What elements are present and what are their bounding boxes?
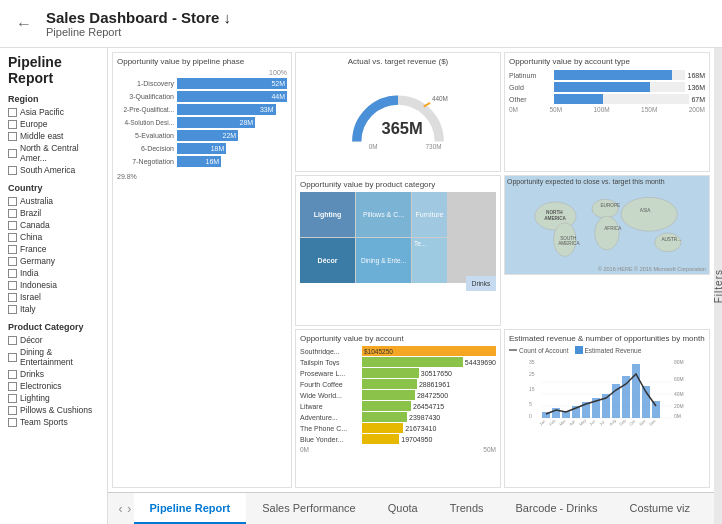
svg-rect-42 bbox=[632, 364, 640, 418]
product-lighting[interactable]: Lighting bbox=[8, 393, 99, 403]
map-chart: Opportunity expected to close vs. target… bbox=[504, 175, 710, 275]
tab-costume-viz[interactable]: Costume viz bbox=[613, 493, 706, 524]
country-filter: Country Australia Brazil Canada China Fr… bbox=[8, 183, 99, 314]
product-drinks[interactable]: Drinks bbox=[8, 369, 99, 379]
account-type-chart: Opportunity value by account type Platin… bbox=[504, 52, 710, 172]
svg-text:Jan: Jan bbox=[538, 419, 546, 426]
acc-proseware: Proseware L... 30517650 bbox=[300, 368, 496, 378]
country-germany[interactable]: Germany bbox=[8, 256, 99, 266]
account-type-bars: Platinum 168M Gold 136M bbox=[509, 70, 705, 104]
svg-text:20M: 20M bbox=[674, 403, 684, 409]
tab-barcode-drinks[interactable]: Barcode - Drinks bbox=[500, 493, 614, 524]
app-container: ← Sales Dashboard - Store ↓ Pipeline Rep… bbox=[0, 0, 722, 524]
treemap-decor: Décor bbox=[300, 238, 355, 283]
svg-text:Jul: Jul bbox=[598, 419, 605, 426]
product-dining[interactable]: Dining & Entertainment bbox=[8, 347, 99, 367]
svg-text:NORTH: NORTH bbox=[546, 210, 563, 215]
svg-text:EUROPE: EUROPE bbox=[600, 203, 620, 208]
pipeline-bar-decision: 6-Decision 18M bbox=[117, 143, 287, 154]
header-subtitle: Pipeline Report bbox=[46, 26, 231, 38]
acc-phone: The Phone C... 21673410 bbox=[300, 423, 496, 433]
svg-text:Dec: Dec bbox=[648, 418, 657, 426]
svg-text:Jun: Jun bbox=[588, 419, 596, 426]
region-south-america-checkbox[interactable] bbox=[8, 166, 17, 175]
gauge-chart: Actual vs. target revenue ($) 440M 0M 73… bbox=[295, 52, 501, 172]
acc-blue-yonder: Blue Yonder... 19704950 bbox=[300, 434, 496, 444]
svg-text:May: May bbox=[578, 418, 587, 426]
header-title: Sales Dashboard - Store ↓ bbox=[46, 9, 231, 26]
product-pillows[interactable]: Pillows & Cushions bbox=[8, 405, 99, 415]
region-filter: Region Asia Pacific Europe Middle east N… bbox=[8, 94, 99, 175]
region-europe-checkbox[interactable] bbox=[8, 120, 17, 129]
svg-point-9 bbox=[621, 197, 677, 231]
filters-panel[interactable]: Filters bbox=[714, 48, 722, 524]
treemap-drinks: Drinks bbox=[466, 276, 496, 291]
svg-text:5: 5 bbox=[529, 401, 532, 407]
svg-text:0: 0 bbox=[529, 413, 532, 419]
svg-text:440M: 440M bbox=[432, 95, 448, 102]
tab-sales-performance[interactable]: Sales Performance bbox=[246, 493, 372, 524]
svg-text:Nov: Nov bbox=[638, 418, 647, 426]
left-panel: Pipeline Report Region Asia Pacific Euro… bbox=[0, 48, 108, 524]
accounts-chart: Opportunity value by account Southridge.… bbox=[295, 329, 501, 488]
treemap-grid: Lighting Pillows & C... Furniture Décor … bbox=[300, 192, 496, 283]
country-canada[interactable]: Canada bbox=[8, 220, 99, 230]
back-button[interactable]: ← bbox=[12, 12, 36, 36]
treemap-lighting: Lighting bbox=[300, 192, 355, 237]
filters-label: Filters bbox=[713, 269, 723, 303]
acc-adventure: Adventure... 23987430 bbox=[300, 412, 496, 422]
account-type-title: Opportunity value by account type bbox=[509, 57, 705, 66]
region-north-central[interactable]: North & Central Amer... bbox=[8, 143, 99, 163]
tab-trends[interactable]: Trends bbox=[434, 493, 500, 524]
treemap-furniture: Furniture bbox=[412, 192, 447, 237]
header-text: Sales Dashboard - Store ↓ Pipeline Repor… bbox=[46, 9, 231, 38]
map-title: Opportunity expected to close vs. target… bbox=[507, 178, 707, 185]
product-filter: Product Category Décor Dining & Entertai… bbox=[8, 322, 99, 427]
svg-point-8 bbox=[595, 216, 619, 250]
account-other: Other 67M bbox=[509, 94, 705, 104]
region-north-central-checkbox[interactable] bbox=[8, 149, 17, 158]
country-china[interactable]: China bbox=[8, 232, 99, 242]
treemap-chart: Opportunity value by product category Li… bbox=[295, 175, 501, 326]
account-gold: Gold 136M bbox=[509, 82, 705, 92]
country-israel[interactable]: Israel bbox=[8, 292, 99, 302]
country-france[interactable]: France bbox=[8, 244, 99, 254]
svg-text:Oct: Oct bbox=[628, 418, 637, 426]
acc-southridge: Southridge... $1045250 bbox=[300, 346, 496, 356]
svg-text:0M: 0M bbox=[674, 413, 681, 419]
region-middle-east-checkbox[interactable] bbox=[8, 132, 17, 141]
account-platinum: Platinum 168M bbox=[509, 70, 705, 80]
pipeline-bar-negotiation: 7-Negotiation 16M bbox=[117, 156, 287, 167]
svg-text:730M: 730M bbox=[426, 142, 442, 149]
acc-litware: Litware 26454715 bbox=[300, 401, 496, 411]
product-electronics[interactable]: Electronics bbox=[8, 381, 99, 391]
country-italy[interactable]: Italy bbox=[8, 304, 99, 314]
svg-text:AFRICA: AFRICA bbox=[604, 226, 622, 231]
tab-pipeline-report[interactable]: Pipeline Report bbox=[134, 493, 247, 524]
region-middle-east[interactable]: Middle east bbox=[8, 131, 99, 141]
tab-prev-button[interactable]: ‹ bbox=[116, 493, 125, 524]
page-title: Pipeline Report bbox=[8, 54, 99, 86]
country-australia[interactable]: Australia bbox=[8, 196, 99, 206]
product-team-sports[interactable]: Team Sports bbox=[8, 417, 99, 427]
tab-quota[interactable]: Quota bbox=[372, 493, 434, 524]
country-brazil[interactable]: Brazil bbox=[8, 208, 99, 218]
svg-text:15: 15 bbox=[529, 386, 535, 392]
monthly-chart-title: Estimated revenue & number of opportunit… bbox=[509, 334, 705, 343]
svg-rect-44 bbox=[652, 401, 660, 418]
svg-text:Apr: Apr bbox=[568, 418, 576, 426]
country-india[interactable]: India bbox=[8, 268, 99, 278]
region-europe[interactable]: Europe bbox=[8, 119, 99, 129]
region-asia-checkbox[interactable] bbox=[8, 108, 17, 117]
product-decor[interactable]: Décor bbox=[8, 335, 99, 345]
country-indonesia[interactable]: Indonesia bbox=[8, 280, 99, 290]
monthly-chart: Estimated revenue & number of opportunit… bbox=[504, 329, 710, 488]
svg-text:40M: 40M bbox=[674, 391, 684, 397]
pipeline-chart-title: Opportunity value by pipeline phase bbox=[117, 57, 287, 66]
tab-next-button[interactable]: › bbox=[125, 493, 134, 524]
tab-bar: ‹ › Pipeline Report Sales Performance Qu… bbox=[108, 492, 714, 524]
pipeline-bar-prequalification: 2-Pre-Qualificat... 33M bbox=[117, 104, 287, 115]
region-south-america[interactable]: South America bbox=[8, 165, 99, 175]
region-asia[interactable]: Asia Pacific bbox=[8, 107, 99, 117]
accounts-chart-title: Opportunity value by account bbox=[300, 334, 496, 343]
